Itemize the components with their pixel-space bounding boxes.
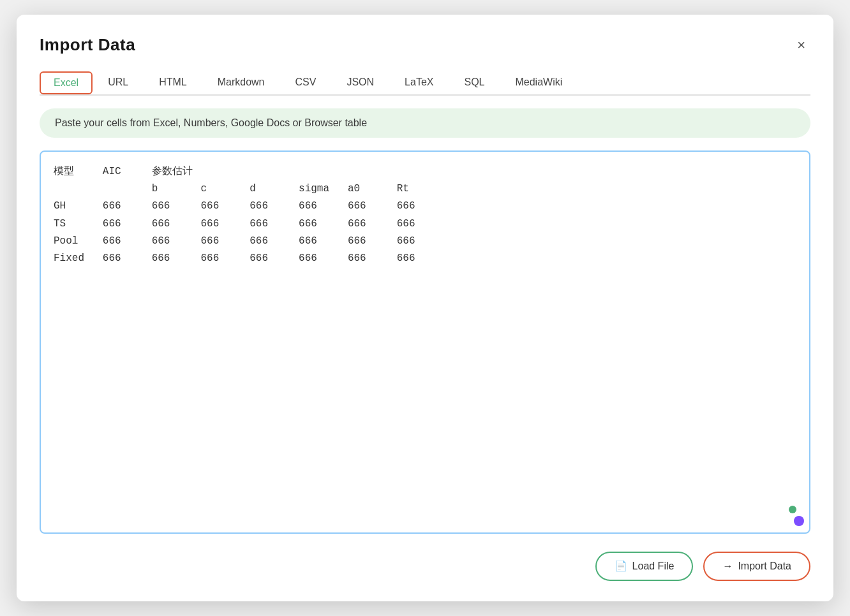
dialog-footer: 📄 Load File → Import Data (40, 552, 810, 581)
tab-sql[interactable]: SQL (449, 70, 500, 94)
tab-url[interactable]: URL (93, 70, 144, 94)
tab-markdown[interactable]: Markdown (202, 70, 280, 94)
load-file-label: Load File (632, 561, 675, 572)
tab-excel[interactable]: Excel (40, 71, 93, 94)
hint-box: Paste your cells from Excel, Numbers, Go… (40, 108, 810, 138)
import-data-icon: → (722, 561, 733, 571)
import-data-button[interactable]: → Import Data (703, 552, 810, 581)
textarea-wrapper: 模型 AIC 参数估计 b c d sigma a0 Rt GH 666 666… (40, 150, 810, 534)
tab-latex[interactable]: LaTeX (389, 70, 449, 94)
load-file-button[interactable]: 📄 Load File (595, 552, 694, 581)
tab-mediawiki[interactable]: MediaWiki (500, 70, 578, 94)
status-dot-green (789, 506, 796, 513)
dialog-header: Import Data × (40, 35, 810, 55)
data-input[interactable]: 模型 AIC 参数估计 b c d sigma a0 Rt GH 666 666… (41, 152, 809, 532)
tabs-bar: Excel URL HTML Markdown CSV JSON LaTeX S… (40, 70, 810, 96)
dialog-title: Import Data (40, 35, 135, 55)
load-file-icon: 📄 (615, 561, 627, 571)
hint-text: Paste your cells from Excel, Numbers, Go… (55, 117, 367, 128)
tab-json[interactable]: JSON (331, 70, 389, 94)
import-data-label: Import Data (738, 561, 791, 572)
import-dialog: Import Data × Excel URL HTML Markdown CS… (17, 15, 833, 601)
close-button[interactable]: × (792, 36, 810, 55)
tab-csv[interactable]: CSV (280, 70, 332, 94)
tab-html[interactable]: HTML (144, 70, 202, 94)
status-dot-purple (794, 516, 804, 526)
